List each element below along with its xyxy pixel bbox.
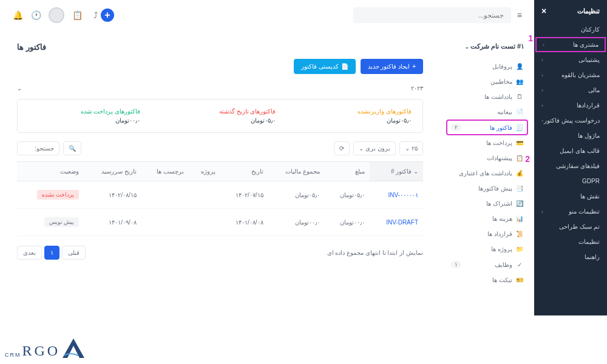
share-icon[interactable]: ⤴: [90, 10, 101, 21]
table-search-input[interactable]: [17, 141, 59, 155]
invoice-link[interactable]: INV-۰۰۰۰۰۱: [388, 192, 418, 198]
sidebar-item[interactable]: ماژول ها: [534, 128, 607, 143]
refresh-button[interactable]: ⟳: [334, 141, 350, 155]
sidebar-item[interactable]: مشتری ها‹: [535, 37, 606, 52]
tab-icon: 📁: [516, 246, 523, 252]
zip-invoice-button[interactable]: 📄کدپستی فاکتور: [294, 59, 356, 74]
clock-icon[interactable]: 🕐: [30, 10, 41, 21]
avatar[interactable]: [49, 7, 64, 23]
new-invoice-button[interactable]: +ایجاد فاکتور جدید: [361, 59, 423, 74]
sidebar-item[interactable]: قراردادها‹: [534, 98, 607, 113]
tab-icon: 👤: [516, 63, 523, 70]
sidebar-item[interactable]: مالی‹: [534, 83, 607, 98]
table-row[interactable]: INV-DRAFT ۰۰٫۰تومان ۰۰٫۰تومان ۱۴۰۱/۰۸/۰۸…: [17, 209, 423, 236]
tab-icon: 🎫: [516, 277, 523, 283]
client-tab[interactable]: 📄بیعانیه: [446, 104, 528, 120]
page-size-select[interactable]: ۲۵ ⌄: [399, 141, 423, 155]
column-header[interactable]: وضعیت: [17, 162, 84, 181]
sidebar-item[interactable]: GDPR: [534, 174, 607, 189]
sidebar-item[interactable]: راهنما: [534, 249, 607, 265]
column-header[interactable]: مبلغ: [325, 162, 369, 181]
stat-value: ۰۵٫۰تومان: [164, 117, 276, 124]
status-badge: پرداخت نشده: [37, 190, 80, 200]
sidebar-item[interactable]: مشتریان بالقوه‹: [534, 67, 607, 83]
search-container: [120, 7, 511, 23]
status-badge: پیش نویس: [44, 217, 80, 227]
badge: ۱: [451, 261, 461, 268]
client-tab[interactable]: 🔄اشتراک ها: [446, 196, 528, 211]
bell-icon[interactable]: 🔔: [12, 10, 23, 21]
sidebar-item[interactable]: نقش ها: [534, 189, 607, 204]
main-content: فاکتور ها +ایجاد فاکتور جدید 📄کدپستی فاک…: [0, 30, 440, 272]
client-tab[interactable]: 💳پرداخت ها: [446, 135, 528, 150]
stat-value: ۰۵٫۰تومان: [300, 117, 412, 124]
table-row[interactable]: INV-۰۰۰۰۰۱ ۰۵٫۰تومان ۰۵٫۰تومان ۱۴۰۲/۰۷/۱…: [17, 181, 423, 209]
sidebar-item[interactable]: فیلدهای سفارشی: [534, 158, 607, 174]
prev-button[interactable]: قبلی: [62, 246, 86, 260]
sidebar-item[interactable]: پشتیبانی‹: [534, 52, 607, 67]
stats-row: فاکتورهای واریزنشده۰۵٫۰تومانفاکتورهای تا…: [17, 99, 423, 133]
chevron-left-icon: ‹: [541, 118, 543, 124]
sidebar-item[interactable]: تنظیمات منو‹: [534, 204, 607, 219]
annotation-2: 2: [525, 154, 530, 164]
clipboard-icon[interactable]: 📋: [72, 10, 83, 21]
action-bar: +ایجاد فاکتور جدید 📄کدپستی فاکتور: [17, 59, 423, 74]
tab-icon: 💰: [516, 170, 523, 177]
search-icon[interactable]: 🔍: [63, 141, 81, 155]
invoice-link[interactable]: INV-DRAFT: [386, 219, 418, 226]
page-1-button[interactable]: ۱: [44, 246, 59, 260]
column-header[interactable]: مجموع مالیات: [268, 162, 325, 181]
chevron-down-icon[interactable]: ⌄: [17, 85, 22, 92]
sidebar-item[interactable]: کارکنان: [534, 22, 607, 37]
settings-title: تنظیمات: [577, 7, 600, 15]
client-tab[interactable]: 📊هزینه ها: [446, 211, 528, 226]
close-icon[interactable]: ×: [541, 6, 546, 16]
client-tab[interactable]: 🎫تیکت ها: [446, 272, 528, 288]
stat-column: فاکتورهای واریزنشده۰۵٫۰تومان: [300, 108, 412, 124]
column-header[interactable]: تاریخ سررسید: [84, 162, 141, 181]
sidebar-item[interactable]: تم سبک طراحی: [534, 219, 607, 234]
client-tab[interactable]: 👥مخاطبین: [446, 74, 528, 89]
stat-label: فاکتورهای واریزنشده: [300, 108, 412, 115]
client-tab[interactable]: 📁پروژه ها: [446, 241, 528, 257]
client-tab[interactable]: 👤پروفایل: [446, 59, 528, 74]
search-input[interactable]: [353, 7, 511, 23]
sidebar-item[interactable]: تنظیمات: [534, 234, 607, 249]
tab-icon: 🗒: [516, 93, 523, 100]
stat-column: فاکتورهای تاریخ گذشته۰۵٫۰تومان: [164, 108, 276, 124]
chevron-left-icon: ‹: [541, 72, 543, 78]
year-selector: ۲۰۲۳ ⌄: [17, 81, 423, 99]
client-tab[interactable]: 📑پیش فاکتورها: [446, 181, 528, 196]
client-tab[interactable]: 📜قرارداد ها: [446, 226, 528, 241]
sidebar-item[interactable]: درخواست پیش فاکتور‹: [534, 113, 607, 128]
add-button[interactable]: +: [101, 8, 114, 22]
client-tab[interactable]: ✓وظایف۱: [446, 257, 528, 272]
chevron-left-icon: ‹: [541, 57, 543, 63]
export-button[interactable]: برون بری ⌄: [353, 141, 396, 155]
tab-icon: 🧾: [516, 124, 523, 131]
column-header[interactable]: برچسب ها: [141, 162, 189, 181]
column-header[interactable]: تاریخ: [220, 162, 268, 181]
tab-icon: 📄: [516, 109, 523, 115]
logo: RGO CRM: [5, 337, 86, 359]
tab-icon: 📊: [516, 215, 523, 222]
tab-icon: 📑: [516, 185, 523, 192]
client-sidebar: #۱ تست نام شرکت⌄ 👤پروفایل👥مخاطبین🗒یادداش…: [440, 30, 534, 294]
chevron-down-icon: ⌄: [465, 44, 469, 50]
stat-column: فاکتورهای پرداخت شده۰۰٫۰تومان: [29, 108, 140, 124]
client-tab[interactable]: 🧾فاکتور ها۲: [446, 120, 528, 135]
client-tab[interactable]: 🗒یادداشت ها: [446, 89, 528, 104]
sidebar-item[interactable]: قالب های ایمیل: [534, 143, 607, 158]
client-tab[interactable]: 💰یادداشت های اعتباری: [446, 166, 528, 181]
client-title[interactable]: #۱ تست نام شرکت⌄: [446, 42, 528, 59]
settings-header: تنظیمات ×: [534, 0, 607, 22]
filter-icon[interactable]: ≡: [517, 10, 522, 20]
chevron-left-icon: ‹: [541, 209, 543, 215]
column-header[interactable]: ⌄ فاکتور #: [370, 162, 423, 181]
next-button[interactable]: بعدی: [17, 246, 42, 260]
topbar: ≡ + ⤴ 📋 🕐 🔔: [0, 0, 534, 30]
badge: ۲: [451, 124, 461, 131]
tab-icon: 🔄: [516, 200, 523, 207]
client-tab[interactable]: 📋پیشنهادات: [446, 150, 528, 166]
column-header[interactable]: پروژه: [189, 162, 220, 181]
